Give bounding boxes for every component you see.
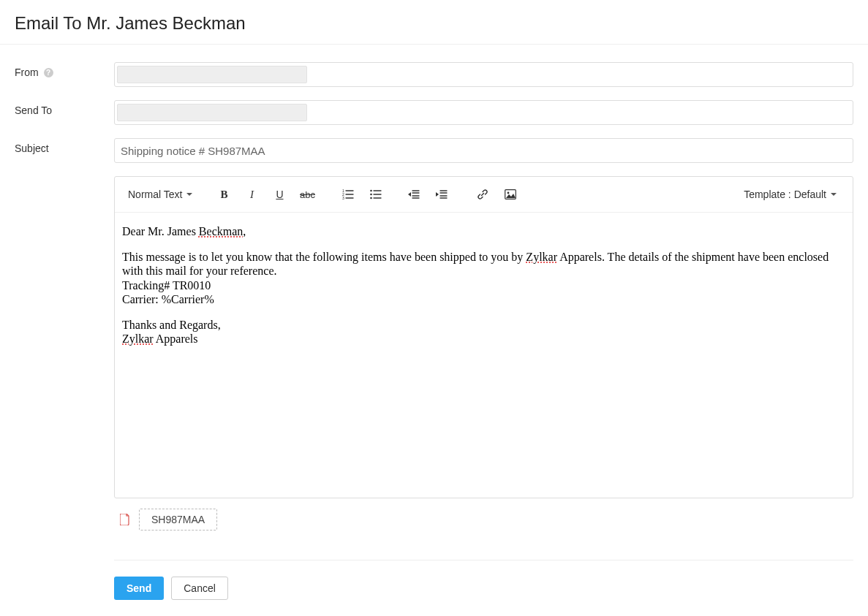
- format-dropdown-label: Normal Text: [128, 189, 182, 200]
- svg-marker-16: [408, 192, 411, 197]
- editor-toolbar: Normal Text B I U abc 123: [115, 177, 853, 213]
- outdent-button[interactable]: [401, 184, 426, 205]
- svg-point-23: [507, 192, 510, 194]
- body-text: Carrier: %Carrier%: [122, 292, 845, 306]
- ordered-list-icon: 123: [342, 189, 354, 199]
- help-icon[interactable]: ?: [44, 68, 53, 77]
- format-dropdown[interactable]: Normal Text: [125, 189, 198, 200]
- image-button[interactable]: [498, 184, 523, 205]
- ordered-list-button[interactable]: 123: [336, 184, 361, 205]
- template-dropdown-label: Template : Default: [744, 189, 826, 200]
- footer-divider: [114, 560, 853, 560]
- italic-button[interactable]: I: [239, 184, 264, 205]
- editor-body[interactable]: Dear Mr. James Beckman, This message is …: [115, 213, 853, 498]
- body-text: This message is to let you know that the…: [122, 251, 526, 263]
- editor-row: Normal Text B I U abc 123: [15, 176, 853, 600]
- from-label-text: From: [15, 66, 39, 78]
- bold-button[interactable]: B: [211, 184, 236, 205]
- body-text: Zylkar: [526, 251, 557, 263]
- page-title: Email To Mr. James Beckman: [15, 13, 853, 34]
- from-value-pill[interactable]: [117, 66, 307, 83]
- unordered-list-button[interactable]: [363, 184, 388, 205]
- body-text: Tracking# TR0010: [122, 278, 845, 292]
- svg-point-11: [371, 197, 373, 199]
- from-field[interactable]: [114, 62, 853, 87]
- underline-button[interactable]: U: [267, 184, 292, 205]
- subject-row: Subject: [15, 138, 853, 163]
- unordered-list-icon: [370, 189, 382, 199]
- body-text: Beckman: [199, 225, 243, 237]
- from-label: From ?: [15, 62, 114, 78]
- cancel-button[interactable]: Cancel: [171, 577, 228, 600]
- send-to-row: Send To: [15, 100, 853, 125]
- link-button[interactable]: [470, 184, 495, 205]
- editor-box: Normal Text B I U abc 123: [114, 176, 853, 498]
- actions-bar: Send Cancel: [114, 577, 853, 600]
- link-icon: [477, 189, 488, 200]
- indent-button[interactable]: [429, 184, 454, 205]
- svg-point-10: [371, 194, 373, 196]
- from-row: From ?: [15, 62, 853, 87]
- send-to-label: Send To: [15, 100, 114, 116]
- body-text: ,: [243, 225, 246, 237]
- send-button[interactable]: Send: [114, 577, 164, 600]
- body-text: Thanks and Regards,: [122, 318, 845, 332]
- body-text: Zylkar: [122, 332, 154, 345]
- svg-text:3: 3: [342, 196, 344, 199]
- chevron-down-icon: [186, 193, 192, 196]
- outdent-icon: [408, 189, 420, 199]
- attachment-row: SH987MAA: [120, 509, 853, 531]
- subject-input[interactable]: [114, 138, 853, 163]
- svg-point-9: [371, 190, 373, 192]
- image-icon: [505, 189, 516, 199]
- send-to-value-pill[interactable]: [117, 104, 307, 121]
- send-to-field[interactable]: [114, 100, 853, 125]
- subject-label: Subject: [15, 138, 114, 154]
- pdf-icon: [120, 514, 130, 525]
- header-divider: [0, 44, 868, 45]
- indent-icon: [436, 189, 448, 199]
- template-dropdown[interactable]: Template : Default: [741, 189, 842, 200]
- chevron-down-icon: [831, 193, 837, 196]
- strikethrough-button[interactable]: abc: [295, 184, 320, 205]
- body-text: Apparels: [154, 332, 198, 345]
- body-text: Dear Mr. James: [122, 225, 199, 237]
- attachment-chip[interactable]: SH987MAA: [139, 509, 217, 531]
- svg-marker-21: [436, 192, 439, 197]
